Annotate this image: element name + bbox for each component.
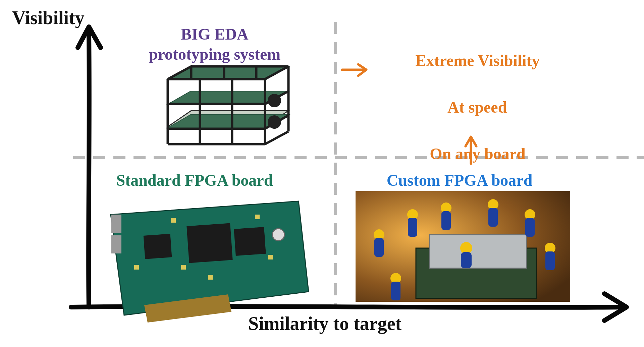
svg-rect-35	[268, 255, 273, 259]
svg-rect-58	[461, 252, 472, 268]
quadrant-top-left-label: BIG EDA prototyping system	[124, 24, 305, 64]
goal-label: Extreme Visibility At speed On any board	[376, 25, 564, 189]
goal-line-3: On any board	[430, 145, 525, 163]
x-axis-label: Similarity to target	[248, 312, 401, 335]
svg-rect-36	[134, 265, 139, 270]
svg-rect-38	[111, 215, 121, 233]
svg-rect-56	[545, 251, 555, 270]
svg-line-22	[265, 131, 288, 144]
svg-rect-30	[234, 227, 266, 256]
svg-rect-37	[208, 275, 213, 280]
svg-point-26	[268, 115, 281, 129]
svg-rect-32	[171, 218, 176, 223]
svg-rect-46	[374, 238, 384, 257]
svg-rect-54	[525, 218, 535, 237]
svg-rect-29	[186, 223, 232, 263]
svg-rect-39	[111, 235, 121, 253]
arrow-right-icon	[342, 64, 366, 76]
eda-system-illustration	[167, 66, 289, 144]
svg-rect-31	[144, 234, 172, 259]
y-axis	[78, 27, 101, 307]
y-axis-label: Visibility	[12, 6, 85, 30]
svg-rect-33	[181, 265, 186, 270]
goal-line-1: Extreme Visibility	[415, 52, 540, 69]
svg-rect-44	[429, 235, 527, 268]
svg-point-40	[272, 229, 284, 241]
custom-fpga-board-illustration	[356, 191, 570, 302]
svg-rect-50	[441, 211, 451, 230]
svg-point-25	[268, 94, 281, 107]
svg-rect-60	[391, 282, 400, 300]
goal-line-2: At speed	[447, 98, 507, 116]
svg-rect-48	[408, 218, 417, 237]
diagram-canvas: Visibility Similarity to target BIG EDA …	[0, 0, 644, 347]
quadrant-bottom-left-label: Standard FPGA board	[97, 170, 292, 190]
svg-rect-34	[255, 215, 260, 219]
svg-rect-52	[488, 208, 498, 227]
